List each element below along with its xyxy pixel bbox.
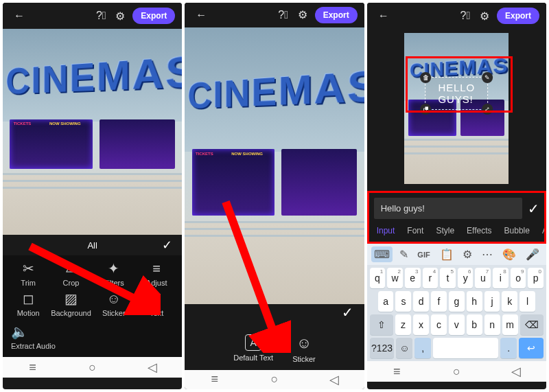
key-u[interactable]: u7 bbox=[475, 268, 491, 288]
tool-text[interactable]: TText bbox=[135, 291, 178, 317]
picker-sticker[interactable]: ☺ Sticker bbox=[292, 334, 316, 363]
crop-icon: ▱ bbox=[66, 261, 76, 276]
key-d[interactable]: d bbox=[413, 291, 429, 312]
text-input[interactable] bbox=[374, 198, 522, 219]
back-nav-icon[interactable]: ◁ bbox=[144, 360, 161, 375]
video-preview[interactable]: CINEMAS HELLO GUYS! 🗑 ✎ ⮻ ⤢ bbox=[404, 33, 509, 184]
help-icon[interactable]: ?⃝ bbox=[456, 6, 475, 25]
key-v[interactable]: v bbox=[449, 314, 465, 335]
key-n[interactable]: n bbox=[484, 314, 500, 335]
key-s[interactable]: s bbox=[395, 291, 411, 312]
recent-apps-icon[interactable]: ≡ bbox=[388, 365, 405, 379]
key-y[interactable]: y6 bbox=[458, 268, 474, 288]
key-123[interactable]: ?123 bbox=[370, 338, 395, 358]
key-[interactable]: ⇧ bbox=[370, 314, 393, 335]
tab-input[interactable]: Input bbox=[377, 226, 395, 235]
confirm-icon[interactable]: ✓ bbox=[342, 304, 353, 321]
sticker-icon: ☺ bbox=[107, 291, 121, 306]
tab-style[interactable]: Style bbox=[436, 226, 454, 235]
tool-crop[interactable]: ▱Crop bbox=[49, 261, 92, 287]
export-button[interactable]: Export bbox=[132, 8, 175, 24]
key-b[interactable]: b bbox=[467, 314, 482, 335]
key-[interactable]: . bbox=[500, 338, 517, 358]
key-w[interactable]: w2 bbox=[387, 268, 403, 288]
tool-background[interactable]: ▨Background bbox=[49, 291, 92, 317]
nowshowing-sign: NOW SHOWING bbox=[49, 122, 81, 126]
gear-icon[interactable]: ⚙ bbox=[475, 6, 494, 25]
tool-trim[interactable]: ✂Trim bbox=[7, 261, 49, 287]
key-[interactable]: , bbox=[414, 338, 431, 358]
picker-default-text[interactable]: A Default Text bbox=[233, 334, 273, 363]
key-m[interactable]: m bbox=[502, 314, 518, 335]
export-button[interactable]: Export bbox=[315, 7, 358, 23]
category-label[interactable]: All bbox=[87, 240, 97, 251]
tool-motion[interactable]: ◻Motion bbox=[7, 291, 49, 317]
help-icon[interactable]: ?⃝ bbox=[274, 5, 293, 25]
tool-extract-audio[interactable]: 🔈 Extract Audio bbox=[11, 324, 174, 350]
text-input-panel: ✓ Input Font Style Effects Bubble Animat… bbox=[367, 191, 546, 244]
key-[interactable] bbox=[433, 338, 498, 358]
back-icon[interactable]: ← bbox=[191, 5, 211, 25]
more-icon[interactable]: ⋯ bbox=[479, 246, 495, 262]
tool-adjust[interactable]: ≡Adjust bbox=[135, 261, 178, 287]
back-icon[interactable]: ← bbox=[10, 6, 29, 25]
edit-handle-icon[interactable]: ✎ bbox=[482, 72, 493, 83]
key-[interactable]: ☺ bbox=[396, 338, 412, 358]
gif-icon[interactable]: GIF bbox=[414, 249, 432, 260]
recent-apps-icon[interactable]: ≡ bbox=[207, 372, 223, 387]
settings-icon[interactable]: ⚙ bbox=[460, 246, 475, 262]
tool-filters[interactable]: ✦Filters bbox=[93, 261, 135, 287]
key-l[interactable]: l bbox=[519, 291, 535, 312]
key-k[interactable]: k bbox=[502, 291, 517, 312]
key-z[interactable]: z bbox=[395, 314, 411, 335]
key-g[interactable]: g bbox=[449, 291, 465, 312]
gear-icon[interactable]: ⚙ bbox=[293, 5, 312, 25]
home-icon[interactable]: ○ bbox=[448, 365, 465, 379]
key-t[interactable]: t5 bbox=[440, 268, 456, 288]
delete-handle-icon[interactable]: 🗑 bbox=[420, 72, 431, 83]
text-overlay[interactable]: HELLO GUYS! 🗑 ✎ ⮻ ⤢ bbox=[425, 77, 488, 110]
back-icon[interactable]: ← bbox=[374, 6, 393, 25]
key-c[interactable]: c bbox=[431, 314, 447, 335]
key-h[interactable]: h bbox=[467, 291, 482, 312]
confirm-icon[interactable]: ✓ bbox=[528, 200, 539, 217]
copy-handle-icon[interactable]: ⮻ bbox=[420, 104, 431, 115]
key-x[interactable]: x bbox=[413, 314, 429, 335]
back-nav-icon[interactable]: ◁ bbox=[326, 372, 342, 387]
tab-font[interactable]: Font bbox=[407, 226, 423, 235]
clipboard-icon[interactable]: 📋 bbox=[437, 246, 456, 262]
mic-icon[interactable]: 🎤 bbox=[523, 246, 542, 262]
video-preview[interactable]: TICKETS NOW SHOWING CINEMAS bbox=[185, 27, 364, 304]
key-q[interactable]: q1 bbox=[370, 268, 386, 288]
key-e[interactable]: e3 bbox=[405, 268, 421, 288]
tool-sticker[interactable]: ☺Sticker bbox=[93, 291, 135, 317]
key-f[interactable]: f bbox=[431, 291, 447, 312]
keyboard-mode-icon[interactable]: ⌨ bbox=[371, 246, 393, 262]
key-[interactable]: ⌫ bbox=[520, 314, 544, 335]
home-icon[interactable]: ○ bbox=[84, 360, 101, 375]
tab-animation[interactable]: Animation bbox=[542, 226, 546, 235]
tab-effects[interactable]: Effects bbox=[467, 226, 491, 235]
video-preview[interactable]: TICKETS NOW SHOWING CINEMAS bbox=[3, 29, 182, 235]
key-p[interactable]: p0 bbox=[528, 268, 544, 288]
help-icon[interactable]: ?⃝ bbox=[91, 6, 110, 25]
gear-icon[interactable]: ⚙ bbox=[110, 6, 130, 25]
nowshowing-sign: NOW SHOWING bbox=[231, 152, 263, 156]
theme-icon[interactable]: 🎨 bbox=[500, 246, 519, 262]
recent-apps-icon[interactable]: ≡ bbox=[25, 360, 41, 375]
export-button[interactable]: Export bbox=[497, 8, 539, 24]
key-a[interactable]: a bbox=[378, 291, 394, 312]
key-r[interactable]: r4 bbox=[423, 268, 439, 288]
handwriting-icon[interactable]: ✎ bbox=[397, 246, 411, 262]
tab-bubble[interactable]: Bubble bbox=[504, 226, 530, 235]
back-nav-icon[interactable]: ◁ bbox=[508, 364, 524, 379]
scale-handle-icon[interactable]: ⤢ bbox=[482, 104, 493, 115]
android-navbar: ≡ ○ ◁ bbox=[3, 357, 182, 378]
key-j[interactable]: j bbox=[484, 291, 500, 312]
screen-3-text-input: ← ?⃝ ⚙ Export CINEMAS HELLO GUYS! 🗑 ✎ ⮻ … bbox=[367, 3, 546, 389]
key-[interactable]: ↩ bbox=[519, 338, 544, 358]
key-i[interactable]: i8 bbox=[493, 268, 509, 288]
confirm-icon[interactable]: ✓ bbox=[162, 238, 172, 253]
home-icon[interactable]: ○ bbox=[266, 372, 283, 387]
key-o[interactable]: o9 bbox=[511, 268, 526, 288]
